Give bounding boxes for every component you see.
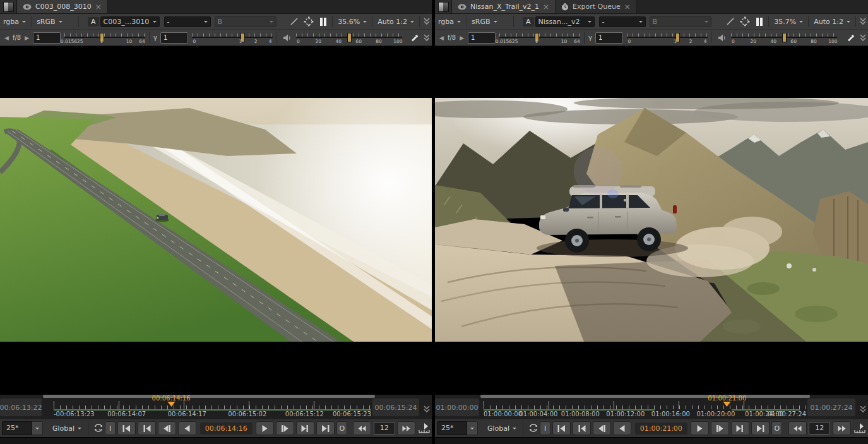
frame-step-input[interactable]: 12 — [374, 422, 395, 435]
gain-slider[interactable]: 0.015625 1 10 64 — [64, 31, 145, 45]
playhead[interactable]: 00:06:14:16 — [152, 395, 191, 411]
collapse-timeline-icon[interactable] — [859, 405, 867, 414]
set-in-button[interactable]: I — [105, 421, 116, 435]
wipe-tool-icon[interactable] — [287, 17, 301, 26]
tab-export-queue[interactable]: Export Queue × — [556, 0, 637, 13]
step-forward-button[interactable] — [711, 421, 729, 435]
pane-menu-button[interactable] — [435, 0, 452, 13]
gain-input[interactable]: 1 — [33, 32, 61, 44]
frame-step-input[interactable]: 12 — [809, 422, 830, 435]
eyedropper-icon[interactable] — [408, 33, 422, 42]
loop-mode-button[interactable] — [528, 423, 539, 433]
slider-handle[interactable] — [782, 33, 787, 42]
goto-end-button[interactable] — [751, 421, 770, 435]
play-backward-button[interactable] — [178, 421, 196, 435]
fps-select[interactable]: 25* — [437, 421, 478, 435]
tab-viewer[interactable]: C003_008_3010 × — [17, 0, 108, 13]
fstop-down-button[interactable]: ◀ — [3, 35, 10, 41]
close-icon[interactable]: × — [95, 3, 102, 11]
pane-menu-button[interactable] — [0, 0, 17, 13]
tick-label: 0.015625 — [61, 39, 83, 44]
current-timecode[interactable]: 01:00:21:00 — [635, 423, 687, 435]
timeline-ruler[interactable]: 01:00:00:00 01:00:04:00 01:00:08:00 01:0… — [484, 399, 806, 417]
step-increment-button[interactable] — [397, 421, 415, 435]
step-back-button[interactable] — [593, 421, 611, 435]
pause-updates-icon[interactable] — [316, 18, 330, 26]
range-mode-select[interactable]: Global — [484, 424, 520, 433]
collapse-toolbar-icon[interactable] — [858, 33, 868, 42]
range-mode-select[interactable]: Global — [49, 424, 85, 433]
speaker-icon[interactable] — [716, 34, 728, 42]
gamma-input[interactable]: 1 — [595, 32, 623, 44]
step-decrement-button[interactable] — [353, 421, 371, 435]
compare-mode-select[interactable]: - — [599, 16, 646, 27]
set-out-button[interactable]: O — [771, 421, 782, 435]
input-b-select[interactable]: B — [650, 16, 711, 27]
volume-slider[interactable]: 0 20 40 60 80 100 — [296, 31, 402, 45]
step-decrement-button[interactable] — [788, 421, 807, 435]
gamma-slider[interactable]: 0 1 2 4 — [627, 31, 708, 45]
next-keyframe-button[interactable] — [296, 421, 314, 435]
goto-start-button[interactable] — [117, 421, 136, 435]
proxy-select[interactable]: Auto 1:2 — [811, 18, 853, 26]
wipe-tool-icon[interactable] — [723, 17, 737, 26]
collapse-toolbar-icon[interactable] — [858, 17, 868, 26]
play-backward-button[interactable] — [613, 421, 631, 435]
colorspace-select[interactable]: sRGB — [33, 18, 76, 26]
eyedropper-icon[interactable] — [844, 33, 858, 42]
next-keyframe-button[interactable] — [731, 421, 749, 435]
close-icon[interactable]: × — [624, 3, 631, 11]
viewport[interactable] — [435, 46, 868, 395]
step-increment-button[interactable] — [833, 421, 851, 435]
fstop-up-button[interactable]: ▶ — [458, 35, 465, 41]
collapse-toolbar-icon[interactable] — [422, 17, 432, 26]
zoom-select[interactable]: 35.6% — [335, 18, 370, 26]
prev-keyframe-button[interactable] — [138, 421, 156, 435]
pause-updates-icon[interactable] — [752, 18, 766, 26]
input-b-select[interactable]: B — [215, 16, 276, 27]
input-a-select[interactable]: Nissan..._v2 — [535, 16, 595, 27]
roi-icon[interactable] — [301, 16, 316, 27]
set-out-button[interactable]: O — [336, 421, 347, 435]
chevron-down-icon — [639, 21, 643, 25]
input-a-select[interactable]: C003_...3010 — [100, 16, 160, 27]
collapse-timeline-icon[interactable] — [423, 405, 431, 414]
step-forward-button[interactable] — [276, 421, 294, 435]
channels-select[interactable]: rgba — [0, 18, 29, 26]
fps-select[interactable]: 25* — [2, 421, 43, 435]
timeline-ruler[interactable]: -00:06:13:23 00:06:14:07 00:06:14:17 00:… — [54, 399, 371, 417]
collapse-toolbar-icon[interactable] — [422, 33, 432, 42]
flipbook-render-icon[interactable] — [852, 423, 868, 434]
goto-end-button[interactable] — [316, 421, 335, 435]
tab-viewer[interactable]: Nissan_X_Trail_v2_1 × — [452, 0, 556, 13]
fstop-up-button[interactable]: ▶ — [23, 35, 30, 41]
set-in-button[interactable]: I — [540, 421, 550, 435]
roi-icon[interactable] — [737, 16, 752, 27]
loop-mode-button[interactable] — [93, 423, 104, 433]
viewport[interactable] — [0, 46, 432, 395]
gamma-slider[interactable]: 0 1 2 4 — [192, 31, 273, 45]
fstop-down-button[interactable]: ◀ — [438, 35, 445, 41]
zoom-select[interactable]: 35.7% — [771, 18, 806, 26]
proxy-select[interactable]: Auto 1:2 — [374, 18, 417, 26]
gain-input[interactable]: 1 — [468, 32, 496, 44]
timeline-zoom-bar[interactable] — [480, 395, 810, 398]
volume-slider[interactable]: 0 20 40 60 80 100 — [731, 31, 837, 45]
step-back-button[interactable] — [158, 421, 176, 435]
speaker-icon[interactable] — [281, 34, 294, 42]
close-icon[interactable]: × — [543, 3, 549, 11]
gamma-input[interactable]: 1 — [160, 32, 188, 44]
prev-keyframe-button[interactable] — [573, 421, 591, 435]
timeline-zoom-bar[interactable] — [43, 395, 375, 398]
colorspace-select[interactable]: sRGB — [468, 18, 511, 26]
compare-mode-select[interactable]: - — [164, 16, 211, 27]
slider-handle[interactable] — [347, 33, 352, 42]
play-forward-button[interactable] — [691, 421, 709, 435]
play-forward-button[interactable] — [256, 421, 274, 435]
goto-start-button[interactable] — [552, 421, 571, 435]
channels-select[interactable]: rgba — [435, 18, 464, 26]
flipbook-render-icon[interactable] — [417, 423, 432, 434]
current-timecode[interactable]: 00:06:14:16 — [200, 423, 253, 435]
playhead[interactable]: 01:00:21:00 — [708, 395, 746, 411]
gain-slider[interactable]: 0.015625 1 10 64 — [499, 31, 580, 45]
